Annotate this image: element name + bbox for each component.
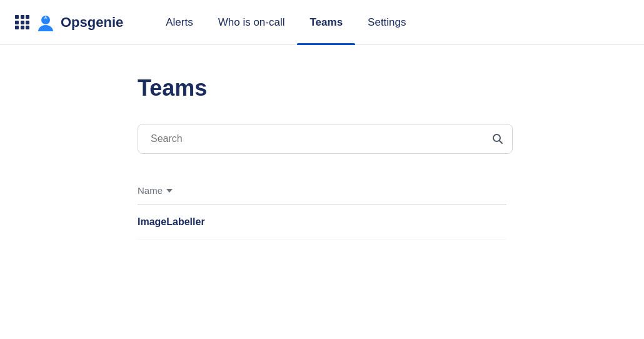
- page-title: Teams: [138, 75, 506, 101]
- main-nav: Alerts Who is on-call Teams Settings: [153, 0, 418, 44]
- name-column-header[interactable]: Name: [138, 185, 173, 196]
- main-content: Teams Name ImageLabeller: [0, 45, 644, 265]
- nav-settings[interactable]: Settings: [355, 0, 418, 44]
- logo-area: Opsgenie: [15, 13, 123, 33]
- table-row: ImageLabeller: [138, 205, 506, 240]
- nav-alerts[interactable]: Alerts: [153, 0, 205, 44]
- table-header: Name: [138, 179, 506, 205]
- app-header: Opsgenie Alerts Who is on-call Teams Set…: [0, 0, 644, 45]
- opsgenie-logo[interactable]: Opsgenie: [36, 13, 123, 33]
- opsgenie-logo-icon: [36, 13, 56, 33]
- name-column-label: Name: [138, 185, 163, 196]
- app-name-label: Opsgenie: [61, 14, 123, 31]
- search-input[interactable]: [138, 124, 513, 154]
- teams-table: Name ImageLabeller: [138, 179, 506, 240]
- search-button[interactable]: [491, 133, 504, 145]
- chevron-down-icon: [166, 189, 173, 193]
- search-icon: [491, 133, 504, 145]
- nav-who-is-on-call[interactable]: Who is on-call: [206, 0, 298, 44]
- grid-menu-icon[interactable]: [15, 15, 29, 29]
- nav-teams[interactable]: Teams: [297, 0, 355, 44]
- svg-line-2: [500, 141, 503, 144]
- search-container: [138, 124, 513, 154]
- team-name-link[interactable]: ImageLabeller: [138, 216, 205, 228]
